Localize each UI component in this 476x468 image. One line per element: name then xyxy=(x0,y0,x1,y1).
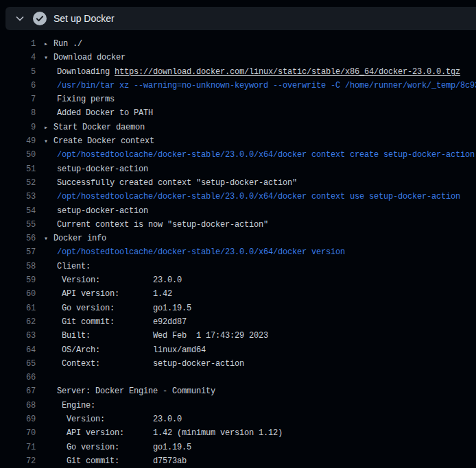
line-number[interactable]: 5 xyxy=(0,65,36,79)
log-line: 4▾Download docker xyxy=(0,51,476,64)
line-number[interactable]: 70 xyxy=(0,426,36,440)
log-line: 52Successfully created context "setup-do… xyxy=(0,176,476,190)
log-line: 64 OS/Arch: linux/amd64 xyxy=(0,343,476,357)
log-line: 70 API version: 1.42 (minimum version 1.… xyxy=(0,426,476,440)
log-command-text: /opt/hostedtoolcache/docker-stable/23.0.… xyxy=(57,148,475,162)
log-line: 7Fixing perms xyxy=(0,93,476,106)
line-number[interactable]: 63 xyxy=(0,329,36,343)
line-number[interactable]: 51 xyxy=(0,162,36,176)
log-text: Successfully created context "setup-dock… xyxy=(57,176,297,190)
log-group-label: Download docker xyxy=(53,53,126,62)
triangle-right-icon[interactable]: ▸ xyxy=(44,38,53,51)
log-line: 8Added Docker to PATH xyxy=(0,106,476,120)
log-text: API version: 1.42 (minimum version 1.12) xyxy=(57,426,283,440)
log-line: 5Downloading https://download.docker.com… xyxy=(0,65,476,79)
line-number[interactable]: 57 xyxy=(0,245,36,259)
log-group-label: Start Docker daemon xyxy=(53,123,145,132)
log-text: Built: Wed Feb 1 17:43:29 2023 xyxy=(57,329,268,343)
log-line: 54setup-docker-action xyxy=(0,204,476,218)
log-text: Server: Docker Engine - Community xyxy=(57,384,215,398)
log-line: 49▾Create Docker context xyxy=(0,134,476,148)
log-line: 67Server: Docker Engine - Community xyxy=(0,384,476,398)
step-header[interactable]: Set up Docker xyxy=(5,7,476,30)
log-text: OS/Arch: linux/amd64 xyxy=(57,343,206,357)
log-command-text: /opt/hostedtoolcache/docker-stable/23.0.… xyxy=(57,190,460,204)
triangle-right-icon[interactable]: ▸ xyxy=(44,121,53,135)
log-text: Go version: go1.19.5 xyxy=(57,441,191,454)
workflow-log-panel: Set up Docker 1▸Run ./4▾Download docker5… xyxy=(0,7,476,468)
log-text: API version: 1.42 xyxy=(57,287,172,301)
log-link[interactable]: https://download.docker.com/linux/static… xyxy=(115,67,460,77)
line-number[interactable]: 8 xyxy=(0,106,36,120)
log-group-header[interactable]: ▸Run ./ xyxy=(44,37,82,51)
line-number[interactable]: 60 xyxy=(0,287,36,301)
line-number[interactable]: 1 xyxy=(0,37,36,51)
log-text: Engine: xyxy=(57,399,95,412)
log-group-header[interactable]: ▾Docker info xyxy=(44,232,106,245)
log-line: 62 Git commit: e92dd87 xyxy=(0,315,476,329)
log-line: 51setup-docker-action xyxy=(0,162,476,176)
step-title: Set up Docker xyxy=(53,7,115,30)
line-number[interactable]: 7 xyxy=(0,93,36,106)
log-line: 65 Context: setup-docker-action xyxy=(0,357,476,371)
triangle-down-icon[interactable]: ▾ xyxy=(44,232,53,246)
line-number[interactable]: 53 xyxy=(0,190,36,204)
log-text-prefix: Downloading xyxy=(57,67,115,77)
log-line: 56▾Docker info xyxy=(0,232,476,245)
line-number[interactable]: 55 xyxy=(0,218,36,232)
log-line: 69 Version: 23.0.0 xyxy=(0,412,476,426)
line-number[interactable]: 56 xyxy=(0,232,36,245)
log-line: 60 API version: 1.42 xyxy=(0,287,476,301)
log-line: 63 Built: Wed Feb 1 17:43:29 2023 xyxy=(0,329,476,343)
log-line: 53/opt/hostedtoolcache/docker-stable/23.… xyxy=(0,190,476,204)
log-text: Client: xyxy=(57,260,91,273)
line-number[interactable]: 9 xyxy=(0,121,36,134)
log-line: 71 Go version: go1.19.5 xyxy=(0,441,476,454)
log-line: 57/opt/hostedtoolcache/docker-stable/23.… xyxy=(0,245,476,259)
log-line: 55Current context is now "setup-docker-a… xyxy=(0,218,476,232)
chevron-down-icon[interactable] xyxy=(15,14,25,23)
line-number[interactable]: 61 xyxy=(0,301,36,315)
line-number[interactable]: 49 xyxy=(0,134,36,148)
line-number[interactable]: 4 xyxy=(0,51,36,64)
log-group-header[interactable]: ▾Download docker xyxy=(44,51,126,64)
line-number[interactable]: 69 xyxy=(0,412,36,426)
log-line: 66 xyxy=(0,371,476,384)
line-number[interactable]: 64 xyxy=(0,343,36,357)
line-number[interactable]: 6 xyxy=(0,79,36,93)
log-container: 1▸Run ./4▾Download docker5Downloading ht… xyxy=(0,30,476,468)
line-number[interactable]: 71 xyxy=(0,441,36,454)
triangle-down-icon[interactable]: ▾ xyxy=(44,135,53,149)
log-group-label: Create Docker context xyxy=(53,136,154,146)
log-line: 50/opt/hostedtoolcache/docker-stable/23.… xyxy=(0,148,476,162)
log-line: 58Client: xyxy=(0,260,476,273)
line-number[interactable]: 62 xyxy=(0,315,36,329)
line-number[interactable]: 65 xyxy=(0,357,36,371)
triangle-down-icon[interactable]: ▾ xyxy=(44,51,53,65)
log-group-header[interactable]: ▾Create Docker context xyxy=(44,134,154,148)
log-command-text: /opt/hostedtoolcache/docker-stable/23.0.… xyxy=(57,245,345,259)
log-line: 68 Engine: xyxy=(0,399,476,412)
line-number[interactable]: 58 xyxy=(0,260,36,273)
line-number[interactable]: 66 xyxy=(0,371,36,384)
log-text: Git commit: e92dd87 xyxy=(57,315,187,329)
check-circle-icon xyxy=(33,12,47,25)
log-group-header[interactable]: ▸Start Docker daemon xyxy=(44,121,145,134)
line-number[interactable]: 54 xyxy=(0,204,36,218)
log-line: 72 Git commit: d7573ab xyxy=(0,454,476,468)
log-text: Added Docker to PATH xyxy=(57,106,153,120)
line-number[interactable]: 72 xyxy=(0,454,36,468)
log-text: setup-docker-action xyxy=(57,204,148,218)
log-group-label: Docker info xyxy=(53,234,106,243)
log-text: setup-docker-action xyxy=(57,162,148,176)
line-number[interactable]: 68 xyxy=(0,399,36,412)
line-number[interactable]: 52 xyxy=(0,176,36,190)
line-number[interactable]: 67 xyxy=(0,384,36,398)
log-text: Context: setup-docker-action xyxy=(57,357,244,371)
line-number[interactable]: 59 xyxy=(0,273,36,287)
log-group-label: Run ./ xyxy=(53,39,82,49)
line-number[interactable]: 50 xyxy=(0,148,36,162)
log-text: Version: 23.0.0 xyxy=(57,273,182,287)
log-line: 61 Go version: go1.19.5 xyxy=(0,301,476,315)
log-text: Version: 23.0.0 xyxy=(57,412,182,426)
